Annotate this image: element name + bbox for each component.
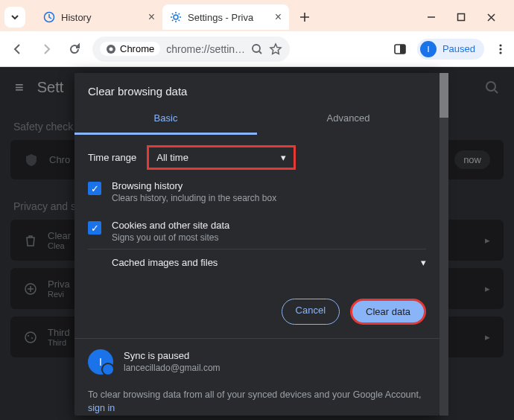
option-browsing-history[interactable]: ✓ Browsing history Clears history, inclu… — [88, 170, 426, 209]
time-range-select[interactable]: All time ▾ — [147, 145, 296, 170]
sidepanel-icon[interactable] — [393, 42, 407, 56]
time-range-label: Time range — [88, 152, 136, 163]
clear-data-dialog: Clear browsing data Basic Advanced Time … — [74, 73, 440, 416]
svg-point-13 — [25, 332, 36, 343]
forward-button[interactable] — [36, 39, 57, 60]
sync-email: lancecillado@gmail.com — [124, 363, 220, 373]
svg-point-15 — [31, 337, 33, 339]
checkbox[interactable]: ✓ — [88, 182, 101, 195]
page-title: Sett — [37, 79, 64, 96]
tab-advanced[interactable]: Advanced — [257, 104, 440, 135]
scrollbar[interactable] — [440, 73, 448, 416]
dialog-title: Clear browsing data — [74, 73, 440, 104]
avatar: I — [420, 41, 437, 57]
star-icon[interactable] — [269, 42, 282, 56]
tab-settings[interactable]: Settings - Priva × — [162, 4, 289, 30]
minimize-icon[interactable] — [425, 10, 438, 24]
shield-icon — [24, 153, 39, 168]
tab-search-button[interactable] — [4, 7, 25, 28]
cookie-icon — [24, 331, 37, 344]
maximize-icon[interactable] — [454, 10, 468, 24]
clear-data-button[interactable]: Clear data — [350, 299, 426, 325]
option-cached[interactable]: Cached images and files ▾ — [88, 249, 426, 273]
check-now-button[interactable]: now — [454, 150, 490, 169]
svg-point-4 — [110, 47, 113, 51]
new-tab-button[interactable] — [294, 6, 316, 28]
tab-basic[interactable]: Basic — [74, 104, 257, 135]
close-icon[interactable]: × — [148, 10, 155, 24]
chrome-chip: Chrome — [100, 42, 160, 56]
gear-icon — [170, 11, 182, 23]
sync-note: To clear browsing data from all of your … — [74, 385, 440, 416]
option-cookies[interactable]: ✓ Cookies and other site data Signs you … — [88, 209, 426, 249]
chevron-down-icon: ▾ — [421, 257, 426, 268]
tune-icon — [24, 282, 37, 296]
zoom-icon[interactable] — [251, 43, 263, 55]
svg-point-5 — [253, 45, 260, 52]
svg-rect-7 — [400, 45, 405, 54]
menu-icon[interactable]: ≡ — [15, 79, 24, 96]
chevron-right-icon: ▸ — [485, 235, 490, 246]
kebab-icon[interactable] — [495, 43, 507, 55]
scroll-thumb[interactable] — [440, 73, 448, 118]
avatar: I — [88, 349, 113, 375]
search-icon[interactable] — [484, 80, 499, 95]
svg-point-1 — [174, 15, 178, 19]
svg-point-11 — [486, 82, 495, 91]
url-text: chrome://settin… — [166, 43, 245, 55]
history-icon — [43, 11, 55, 23]
svg-point-8 — [499, 44, 501, 46]
close-window-icon[interactable] — [484, 10, 498, 24]
profile-chip[interactable]: I Paused — [417, 39, 484, 60]
chrome-icon — [106, 44, 116, 54]
svg-rect-2 — [458, 14, 465, 21]
sign-in-link[interactable]: sign in — [88, 403, 115, 413]
chevron-right-icon: ▸ — [485, 331, 490, 343]
trash-icon — [24, 234, 37, 247]
paused-label: Paused — [442, 43, 475, 54]
close-icon[interactable]: × — [275, 10, 282, 24]
checkbox[interactable]: ✓ — [88, 221, 101, 235]
chevron-down-icon: ▾ — [281, 152, 286, 163]
reload-button[interactable] — [64, 39, 85, 60]
address-bar[interactable]: Chrome chrome://settin… — [92, 36, 290, 62]
svg-point-10 — [499, 51, 501, 54]
tab-label: History — [61, 12, 91, 23]
back-button[interactable] — [7, 39, 28, 60]
svg-point-14 — [28, 335, 29, 337]
tab-history[interactable]: History × — [36, 4, 162, 30]
cancel-button[interactable]: Cancel — [282, 299, 340, 325]
svg-point-9 — [499, 48, 501, 50]
chevron-right-icon: ▸ — [485, 283, 490, 294]
tab-label: Settings - Priva — [188, 12, 253, 23]
sync-status: Sync is paused — [124, 350, 220, 361]
